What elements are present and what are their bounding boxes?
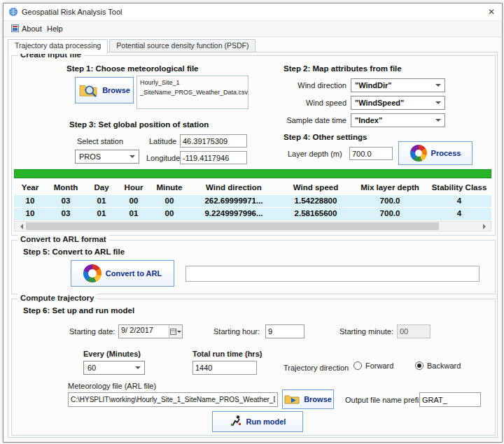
cell: 03: [46, 195, 85, 208]
about-icon: [11, 24, 19, 34]
starting-hour-input[interactable]: [265, 324, 304, 338]
app-icon: [8, 7, 18, 17]
wind-speed-select[interactable]: "WindSpeed": [351, 96, 445, 110]
convert-to-arl-button[interactable]: Convert to ARL: [71, 260, 174, 287]
table-horizontal-scrollbar[interactable]: [14, 221, 491, 231]
cell: 262.69999971...: [189, 195, 279, 208]
process-label: Process: [431, 149, 461, 157]
menu-about-label: About: [22, 24, 42, 33]
step1-label: Step 1: Choose meteorological file: [66, 64, 199, 73]
table-header-row: Year Month Day Hour Minute Wind directio…: [14, 180, 491, 194]
app-window: Geospatial Risk Analysis Tool ✕ About He…: [3, 3, 503, 443]
col-year: Year: [14, 180, 46, 194]
col-mix-layer-depth: Mix layer depth: [353, 180, 427, 194]
scroll-left-icon[interactable]: [15, 222, 25, 231]
tab-trajectory-data-processing[interactable]: Trajectory data processing: [8, 39, 108, 54]
starting-minute-input: [397, 324, 430, 338]
step3-label: Step 3: Set global position of station: [69, 120, 209, 129]
select-station-label: Select station: [77, 137, 123, 145]
group-convert-arl: Convert to ARL format Step 5: Convert to…: [11, 240, 496, 294]
radio-backward[interactable]: Backward: [415, 361, 461, 370]
step4-label: Step 4: Other settings: [284, 133, 368, 141]
calendar-icon[interactable]: [169, 325, 182, 338]
starting-hour-label: Starting hour:: [214, 327, 260, 336]
every-minutes-select[interactable]: 60: [83, 361, 145, 375]
col-minute: Minute: [150, 180, 189, 194]
cell: 9.2249997996...: [189, 208, 279, 220]
cell: 2.58165600: [279, 208, 353, 220]
trajectory-direction-label: Trajectory direction: [284, 364, 349, 372]
wind-speed-value: "WindSpeed": [355, 99, 404, 107]
every-minutes-value: 60: [88, 364, 96, 372]
latitude-input[interactable]: [180, 134, 247, 148]
run-model-label: Run model: [246, 417, 286, 426]
cell: 01: [85, 208, 118, 220]
radio-forward[interactable]: Forward: [354, 361, 393, 370]
wind-direction-value: "WindDir": [355, 81, 392, 89]
tab-psdf[interactable]: Potential source density function (PSDF): [109, 39, 255, 52]
layer-depth-input[interactable]: [349, 147, 393, 160]
folder-arrow-icon: [284, 393, 300, 406]
process-button[interactable]: Process: [398, 141, 472, 165]
cell: 03: [46, 208, 85, 220]
longitude-label: Longitude: [146, 154, 180, 162]
cell: 1.54228800: [279, 195, 353, 208]
wind-direction-label: Wind direction: [264, 81, 346, 89]
scrollbar-thumb[interactable]: [26, 222, 439, 230]
menu-about[interactable]: About: [6, 21, 47, 36]
convert-progress-bar: [186, 266, 479, 282]
menu-help[interactable]: Help: [42, 21, 68, 36]
step2-label: Step 2: Map attributes from file: [284, 64, 402, 73]
output-prefix-label: Output file name prefix: [345, 396, 423, 404]
process-progress-bar: [14, 169, 491, 178]
latitude-label: Latitude: [149, 137, 176, 145]
col-wind-speed: Wind speed: [279, 180, 353, 194]
group-compute-trajectory: Compute trajectory Step 6: Set up and ru…: [11, 299, 496, 436]
longitude-input[interactable]: [180, 151, 247, 164]
sample-date-time-label: Sample date time: [264, 116, 346, 124]
tab-content: Create input file Step 1: Choose meteoro…: [8, 52, 498, 438]
sample-date-time-value: "Index": [355, 116, 382, 124]
scroll-right-icon[interactable]: [480, 222, 491, 231]
cell: 10: [14, 195, 46, 208]
menu-bar: About Help: [4, 21, 502, 37]
met-file-display: Hourly_Site_1 _SiteName_PROS_Weather_Dat…: [136, 76, 248, 109]
process-pinwheel-icon: [410, 145, 427, 162]
run-model-button[interactable]: Run model: [212, 411, 303, 432]
total-run-time-input[interactable]: [192, 361, 257, 375]
menu-help-label: Help: [47, 24, 63, 33]
table-row[interactable]: 10 03 01 01 00 9.2249997996... 2.5816560…: [14, 207, 491, 220]
met-arl-file-input[interactable]: [68, 392, 278, 407]
col-month: Month: [46, 180, 85, 194]
tab-strip: Trajectory data processing Potential sou…: [8, 39, 498, 52]
convert-to-arl-label: Convert to ARL: [106, 269, 162, 278]
browse-met-file-label: Browse: [102, 86, 130, 94]
step6-label: Step 6: Set up and run model: [23, 306, 134, 315]
col-day: Day: [85, 180, 118, 194]
cell: 10: [14, 208, 46, 220]
browse-met-file-button[interactable]: Browse: [75, 77, 134, 103]
sample-date-time-select[interactable]: "Index": [351, 113, 445, 127]
wind-speed-label: Wind speed: [264, 99, 346, 107]
folder-search-icon: [78, 82, 98, 99]
output-prefix-input[interactable]: [419, 392, 481, 407]
browse-arl-file-label: Browse: [304, 395, 332, 403]
group-compute-title: Compute trajectory: [18, 294, 97, 302]
title-bar: Geospatial Risk Analysis Tool ✕: [4, 3, 502, 21]
station-value: PROS: [79, 152, 101, 161]
cell: 700.0: [353, 208, 427, 220]
station-select[interactable]: PROS: [75, 150, 139, 164]
step5-label: Step 5: Convert to ARL file: [23, 248, 125, 256]
group-convert-title: Convert to ARL format: [18, 235, 109, 243]
group-create-input-file: Create input file Step 1: Choose meteoro…: [11, 55, 496, 236]
browse-arl-file-button[interactable]: Browse: [282, 389, 334, 409]
met-arl-file-label: Meteorology file (ARL file): [68, 382, 156, 390]
col-wind-direction: Wind direction: [189, 180, 279, 194]
radio-backward-circle-icon: [415, 361, 424, 370]
close-icon[interactable]: ✕: [481, 3, 502, 20]
starting-date-picker[interactable]: 9/ 2/2017: [118, 324, 183, 338]
cell: 01: [118, 208, 150, 220]
cell: 4: [427, 208, 491, 220]
table-row[interactable]: 10 03 01 00 00 262.69999971... 1.5422880…: [14, 194, 491, 208]
wind-direction-select[interactable]: "WindDir": [351, 78, 445, 92]
